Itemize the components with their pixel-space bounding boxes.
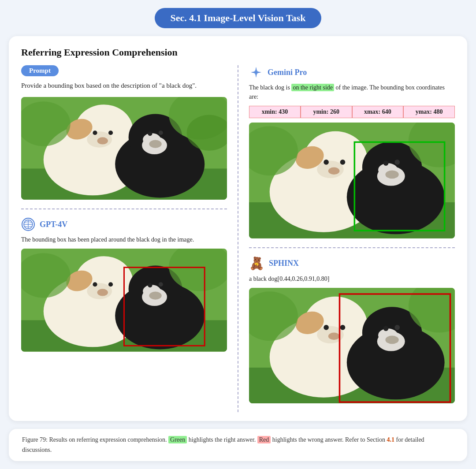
sphinx-text: a black dog[0.44,0.26,0.91,0.80] bbox=[249, 274, 455, 283]
gpt-model-name: GPT-4V bbox=[40, 220, 67, 229]
figure-caption: Figure 79: Results on referring expressi… bbox=[18, 435, 458, 455]
page-title: Sec. 4.1 Image-Level Vision Task bbox=[171, 12, 306, 23]
gemini-text-before: The black dog is bbox=[249, 84, 291, 91]
gemini-text: The black dog is on the right side of th… bbox=[249, 83, 455, 101]
sphinx-dog-svg bbox=[249, 288, 455, 404]
left-divider bbox=[21, 208, 227, 209]
svg-point-7 bbox=[108, 130, 113, 135]
gemini-header: Gemini Pro bbox=[249, 65, 455, 79]
svg-point-37 bbox=[149, 291, 161, 299]
gemini-icon bbox=[249, 65, 263, 79]
figure-caption-container: Figure 79: Results on referring expressi… bbox=[9, 429, 467, 461]
gemini-model-name: Gemini Pro bbox=[268, 68, 307, 77]
svg-point-75 bbox=[385, 335, 398, 344]
bbox-xmin: xmin: 430 bbox=[249, 106, 301, 118]
svg-point-35 bbox=[148, 283, 152, 287]
left-column: Prompt Provide a bounding box based on t… bbox=[21, 65, 238, 412]
svg-point-29 bbox=[108, 282, 113, 287]
bbox-ymin: ymin: 260 bbox=[301, 106, 352, 118]
gemini-highlight: on the right side bbox=[291, 84, 334, 91]
caption-link: 4.1 bbox=[387, 436, 394, 443]
gemini-section: Gemini Pro The black dog is on the right… bbox=[249, 65, 455, 238]
svg-point-67 bbox=[340, 325, 346, 330]
bbox-ymax: ymax: 480 bbox=[403, 106, 455, 118]
gpt-dog-svg bbox=[21, 249, 227, 352]
prompt-image-container bbox=[21, 97, 227, 200]
svg-point-14 bbox=[159, 130, 163, 135]
svg-point-15 bbox=[149, 140, 161, 148]
gemini-image-container bbox=[249, 123, 455, 238]
svg-point-47 bbox=[324, 160, 329, 165]
svg-point-48 bbox=[340, 160, 346, 165]
sphinx-image-container bbox=[249, 288, 455, 404]
caption-green-word: Green bbox=[168, 436, 187, 443]
svg-point-13 bbox=[148, 131, 152, 136]
prompt-text: Provide a bounding box based on the desc… bbox=[21, 81, 227, 91]
right-column: Gemini Pro The black dog is on the right… bbox=[238, 65, 455, 412]
caption-text-before: Figure 79: Results on referring expressi… bbox=[22, 436, 168, 443]
prompt-section: Prompt Provide a bounding box based on t… bbox=[21, 65, 227, 200]
svg-point-8 bbox=[97, 137, 108, 144]
caption-text-after: highlights the wrong answer. Refer to Se… bbox=[271, 436, 387, 443]
sphinx-section: 🧸 SPHINX a black dog[0.44,0.26,0.91,0.80… bbox=[249, 256, 455, 404]
svg-point-28 bbox=[93, 282, 97, 287]
prompt-dog-svg bbox=[21, 97, 227, 200]
caption-text-middle: highlights the right answer. bbox=[187, 436, 257, 443]
right-divider bbox=[249, 247, 455, 248]
svg-point-36 bbox=[159, 282, 163, 287]
gemini-bbox-row: xmin: 430 ymin: 260 xmax: 640 ymax: 480 bbox=[249, 106, 455, 118]
gpt-header: GPT-4V bbox=[21, 217, 227, 231]
svg-point-30 bbox=[97, 289, 108, 296]
sphinx-header: 🧸 SPHINX bbox=[249, 256, 455, 271]
svg-point-49 bbox=[328, 168, 340, 175]
page-title-bar: Sec. 4.1 Image-Level Vision Task bbox=[155, 8, 322, 28]
sphinx-model-name: SPHINX bbox=[269, 259, 299, 268]
section-heading: Referring Expression Comprehension bbox=[21, 47, 455, 58]
gpt-text: The bounding box has been placed around … bbox=[21, 235, 227, 244]
svg-point-56 bbox=[385, 171, 398, 179]
gpt-image-container bbox=[21, 249, 227, 352]
bbox-xmax: xmax: 640 bbox=[352, 106, 404, 118]
gpt-section: GPT-4V The bounding box has been placed … bbox=[21, 217, 227, 352]
main-card: Referring Expression Comprehension Promp… bbox=[9, 36, 467, 421]
sphinx-icon: 🧸 bbox=[249, 256, 264, 271]
svg-point-68 bbox=[328, 332, 340, 339]
caption-red-word: Red bbox=[257, 436, 271, 443]
svg-point-54 bbox=[383, 160, 389, 166]
svg-point-55 bbox=[394, 160, 400, 165]
svg-point-73 bbox=[383, 326, 389, 331]
svg-point-66 bbox=[324, 325, 329, 330]
gemini-dog-svg bbox=[249, 123, 455, 238]
svg-point-74 bbox=[394, 325, 400, 330]
svg-point-6 bbox=[93, 130, 97, 135]
gpt-icon bbox=[21, 217, 35, 231]
prompt-badge: Prompt bbox=[21, 65, 59, 76]
